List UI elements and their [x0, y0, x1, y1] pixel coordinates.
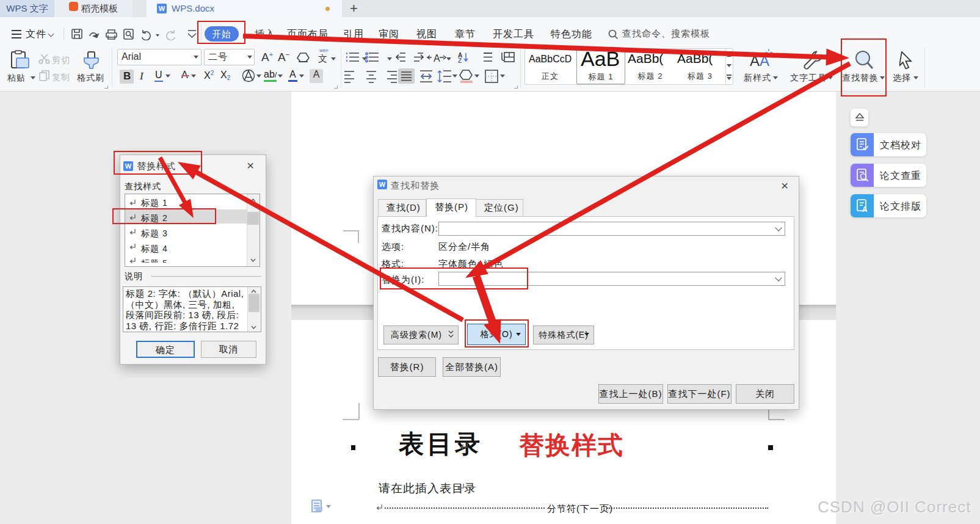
- svg-text:Z: Z: [458, 57, 462, 64]
- svg-text:A: A: [434, 53, 440, 64]
- svg-text:A: A: [862, 205, 868, 214]
